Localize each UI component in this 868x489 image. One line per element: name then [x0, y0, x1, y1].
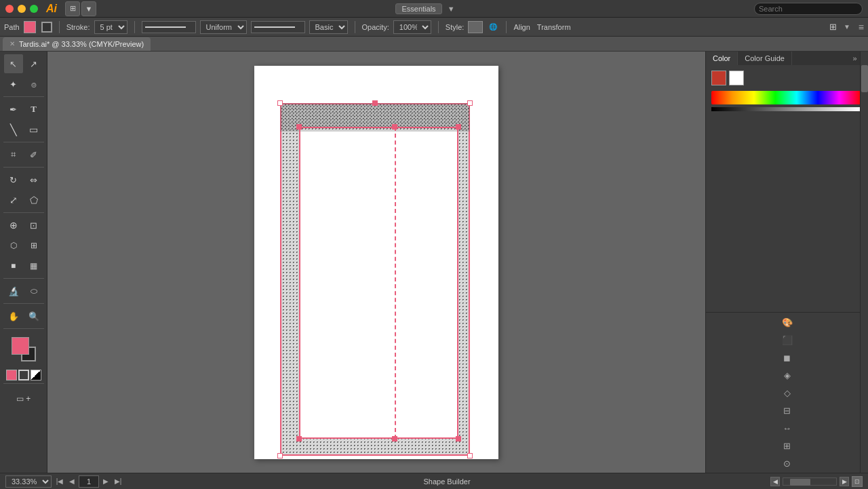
style-preview[interactable]: [468, 21, 483, 33]
panel-tab-options[interactable]: »: [848, 52, 861, 65]
tab-close-icon[interactable]: ✕: [9, 40, 15, 47]
gradient-indicator[interactable]: [31, 370, 41, 380]
tool-divider-4: [3, 212, 44, 213]
stroke-profile-dropdown[interactable]: Basic: [309, 20, 348, 34]
color-spectrum-bar[interactable]: [711, 91, 861, 104]
gradient-panel-icon[interactable]: ◼: [781, 351, 794, 364]
anchor-tm-outer[interactable]: [372, 100, 378, 106]
anchor-tl-outer[interactable]: [277, 100, 283, 106]
anchor-tr-outer[interactable]: [467, 100, 473, 106]
page-number-input[interactable]: [79, 475, 99, 488]
stroke-type-dropdown[interactable]: Uniform: [200, 20, 247, 34]
graph-tool[interactable]: ▦: [24, 256, 43, 275]
anchor-divider-top[interactable]: [392, 124, 397, 130]
tab-filename: Tardis.ai* @ 33.33% (CMYK/Preview): [19, 40, 144, 48]
zoom-dropdown[interactable]: 33.33%: [5, 475, 52, 488]
toolbar-icon-2[interactable]: ▼: [81, 1, 96, 16]
shear-tool[interactable]: ⬠: [24, 191, 43, 210]
zoom-tool[interactable]: 🔍: [24, 307, 43, 326]
scale-tool[interactable]: ⤢: [4, 191, 23, 210]
lasso-tool[interactable]: ⌾: [24, 75, 43, 94]
anchor-tl-inner[interactable]: [296, 124, 302, 130]
last-page-button[interactable]: ▶|: [113, 476, 123, 487]
type-tool[interactable]: T: [24, 100, 43, 119]
stroke-cap-style[interactable]: [251, 21, 305, 33]
anchor-tr-inner[interactable]: [456, 124, 461, 130]
stroke-weight-dropdown[interactable]: 5 pt1 pt2 pt3 pt: [94, 20, 127, 34]
tool-divider-5: [3, 278, 44, 279]
blend-tool[interactable]: ⬭: [24, 281, 43, 300]
canvas-area[interactable]: [47, 52, 705, 473]
layers-panel-icon[interactable]: ⊞: [781, 439, 794, 452]
hand-tool[interactable]: ✋: [4, 307, 23, 326]
fill-swatch[interactable]: [24, 21, 36, 33]
gray-spectrum-bar[interactable]: [711, 107, 861, 111]
align-label[interactable]: Align: [513, 23, 530, 31]
rect-tool[interactable]: ▭: [24, 120, 43, 139]
line-tool[interactable]: ╲: [4, 120, 23, 139]
scroll-left-btn[interactable]: ◀: [770, 477, 780, 486]
mirror-tool[interactable]: ⇔: [24, 170, 43, 189]
magic-wand-tool[interactable]: ✦: [4, 75, 23, 94]
panel-tools-strip: 🎨 ⬛ ◼ ◈ ◇ ⊟ ↔ ⊞ ⊙: [706, 312, 868, 473]
live-paint-tool[interactable]: ⊡: [24, 216, 43, 235]
anchor-br-inner[interactable]: [456, 436, 461, 442]
foreground-color-swatch[interactable]: [711, 71, 726, 85]
transform-label[interactable]: Transform: [537, 23, 571, 31]
titlebar-center: Essentials ▼: [102, 3, 749, 14]
stroke-line-style[interactable]: [142, 21, 196, 33]
rotate-tool[interactable]: ↻: [4, 170, 23, 189]
background-color-swatch[interactable]: [729, 71, 744, 85]
fill-indicator[interactable]: [6, 370, 17, 380]
toolbar-expand-icon[interactable]: ▼: [844, 23, 850, 31]
transform-panel-icon[interactable]: ↔: [781, 421, 794, 435]
main-area: ↖ ↗ ✦ ⌾ ✒ T ╲ ▭ ⌗ ✐ ↻ ⇔ ⤢ ⬠: [0, 52, 868, 473]
mesh-tool[interactable]: ⊞: [24, 236, 43, 255]
eyedropper-tool[interactable]: 🔬: [4, 281, 23, 300]
essentials-button[interactable]: Essentials: [395, 3, 441, 14]
first-page-button[interactable]: |◀: [54, 476, 65, 487]
anchor-bl-outer[interactable]: [277, 453, 283, 458]
color-palette-icon[interactable]: 🎨: [781, 315, 794, 329]
anchor-br-outer[interactable]: [467, 453, 473, 458]
links-panel-icon[interactable]: ⊙: [781, 456, 794, 470]
prev-page-button[interactable]: ◀: [66, 476, 77, 487]
opacity-dropdown[interactable]: 100%75%50%25%: [393, 20, 431, 34]
pencil-tool[interactable]: ✐: [24, 145, 43, 164]
paintbrush-tool[interactable]: ⌗: [4, 145, 23, 164]
divider-1: [59, 21, 60, 33]
minimize-button[interactable]: [18, 5, 26, 13]
pen-tool[interactable]: ✒: [4, 100, 23, 119]
align-panel-icon[interactable]: ⊟: [781, 404, 794, 417]
next-page-button[interactable]: ▶: [100, 476, 111, 487]
perspective-tool[interactable]: ⬡: [4, 236, 23, 255]
fill-color-box[interactable]: [12, 337, 29, 355]
page-resize-btn[interactable]: ⊡: [852, 476, 863, 487]
panel-toggle-icon[interactable]: ≡: [859, 22, 864, 33]
stroke-panel-icon[interactable]: ⬛: [781, 333, 794, 347]
globe-icon[interactable]: 🌐: [487, 21, 499, 33]
artboard-tool[interactable]: ▭ +: [10, 389, 37, 408]
toolbar-icon-1[interactable]: ⊞: [65, 1, 80, 16]
anchor-divider-bottom[interactable]: [392, 436, 397, 442]
arrange-icon[interactable]: ⊞: [826, 20, 841, 35]
no-color-indicator[interactable]: [18, 370, 29, 380]
anchor-bl-inner[interactable]: [296, 436, 302, 442]
hscroll-thumb[interactable]: [790, 479, 810, 486]
panel-scrollbar-thumb[interactable]: [861, 65, 868, 92]
scroll-right-btn[interactable]: ▶: [840, 477, 849, 486]
selection-tool[interactable]: ↖: [4, 54, 23, 73]
close-button[interactable]: [5, 5, 14, 13]
tool-divider-1: [3, 96, 44, 97]
document-tab[interactable]: ✕ Tardis.ai* @ 33.33% (CMYK/Preview): [3, 37, 151, 51]
maximize-button[interactable]: [30, 5, 38, 13]
stroke-preview[interactable]: [41, 22, 52, 33]
gradient-tool[interactable]: ■: [4, 256, 23, 275]
search-input[interactable]: [754, 3, 863, 15]
symbols-icon[interactable]: ◇: [781, 386, 794, 399]
appearance-icon[interactable]: ◈: [781, 368, 794, 382]
tab-color[interactable]: Color: [706, 52, 738, 65]
tab-color-guide[interactable]: Color Guide: [738, 52, 792, 65]
shapebuilder-tool[interactable]: ⊕: [4, 216, 23, 235]
direct-selection-tool[interactable]: ↗: [24, 54, 43, 73]
